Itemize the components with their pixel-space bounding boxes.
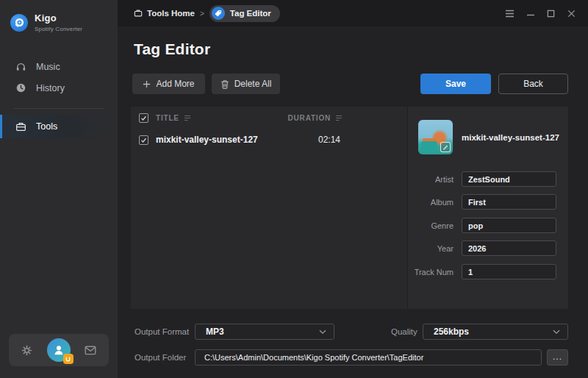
sidebar-item-label: Music	[36, 62, 60, 72]
quality-label: Quality	[391, 324, 417, 340]
sort-duration-icon[interactable]	[335, 115, 343, 121]
user-avatar[interactable]	[47, 338, 71, 362]
album-field-row: Album	[408, 194, 568, 210]
tag-detail-pane: mixkit-valley-sunset-127 Artist Album Ge…	[408, 107, 568, 309]
save-label: Save	[445, 79, 466, 89]
year-input[interactable]	[462, 240, 556, 256]
track-num-field-row: Track Num	[408, 264, 568, 279]
gear-icon[interactable]	[21, 345, 32, 356]
delete-all-button[interactable]: Delete All	[212, 74, 280, 94]
track-title-cell: mixkit-valley-sunset-127	[156, 135, 258, 145]
sidebar-divider	[13, 108, 104, 109]
tag-icon	[212, 7, 225, 20]
tag-editor-panel: TITLE DURATION	[131, 107, 568, 309]
artist-label: Artist	[408, 175, 453, 184]
year-field-row: Year	[408, 240, 568, 256]
sidebar-nav: Music History Tools	[0, 56, 118, 138]
window-controls	[503, 7, 578, 20]
genre-label: Genre	[408, 221, 453, 230]
breadcrumb-tag-editor[interactable]: Tag Editor	[209, 5, 280, 22]
track-num-input[interactable]	[462, 264, 556, 279]
breadcrumb-home-label: Tools Home	[147, 9, 195, 18]
table-row[interactable]: mixkit-valley-sunset-127 02:14	[131, 129, 407, 151]
edit-cover-icon[interactable]	[440, 142, 451, 152]
sort-title-icon[interactable]	[184, 115, 191, 121]
app-window: Kigo Spotify Converter Music History	[0, 0, 588, 378]
briefcase-icon	[15, 121, 26, 132]
output-format-value: MP3	[206, 327, 224, 337]
year-label: Year	[408, 244, 453, 253]
album-input[interactable]	[462, 194, 556, 210]
app-subtitle: Spotify Converter	[35, 26, 82, 32]
menu-icon[interactable]	[503, 7, 516, 20]
album-label: Album	[408, 198, 453, 207]
select-all-checkbox[interactable]	[139, 113, 148, 123]
genre-input[interactable]	[462, 218, 556, 233]
artist-field-row: Artist	[408, 171, 568, 187]
account-bar	[9, 334, 109, 366]
quality-value: 256kbps	[434, 327, 469, 337]
output-format-label: Output Format	[135, 324, 189, 340]
mail-icon[interactable]	[85, 346, 96, 355]
page-title: Tag Editor	[134, 40, 210, 58]
app-name: Kigo	[35, 13, 82, 24]
minimize-icon[interactable]	[524, 7, 537, 20]
add-more-button[interactable]: Add More	[132, 74, 205, 94]
chevron-down-icon	[319, 329, 326, 335]
chevron-down-icon	[553, 329, 560, 335]
sidebar-item-history[interactable]: History	[0, 77, 118, 99]
back-label: Back	[523, 79, 543, 89]
detail-track-title: mixkit-valley-sunset-127	[462, 120, 559, 154]
trash-icon	[220, 79, 229, 89]
breadcrumb-tools-home[interactable]: Tools Home	[134, 9, 195, 18]
table-header-row: TITLE DURATION	[131, 107, 407, 129]
app-logo-row: Kigo Spotify Converter	[0, 0, 118, 32]
sidebar-item-tools[interactable]: Tools	[0, 115, 118, 138]
column-header-title: TITLE	[156, 114, 179, 122]
cover-art-thumbnail[interactable]	[418, 120, 453, 154]
maximize-icon[interactable]	[545, 7, 557, 20]
row-checkbox[interactable]	[139, 135, 148, 145]
delete-all-label: Delete All	[234, 79, 272, 89]
upgrade-badge-icon	[63, 354, 74, 364]
headphones-icon	[15, 61, 26, 72]
breadcrumb: Tools Home > Tag Editor	[134, 5, 280, 22]
track-table: TITLE DURATION	[131, 107, 407, 309]
genre-field-row: Genre	[408, 218, 568, 233]
sidebar: Kigo Spotify Converter Music History	[0, 0, 118, 378]
breadcrumb-separator: >	[200, 10, 204, 18]
breadcrumb-current-label: Tag Editor	[230, 9, 271, 18]
output-folder-label: Output Folder	[135, 349, 186, 365]
close-icon[interactable]	[565, 7, 578, 20]
output-format-select[interactable]: MP3	[195, 324, 334, 340]
quality-select[interactable]: 256kbps	[423, 324, 568, 340]
clock-icon	[15, 82, 26, 93]
main-area: Tools Home > Tag Editor	[118, 0, 588, 378]
briefcase-icon	[134, 9, 143, 18]
app-logo-icon	[10, 14, 28, 32]
browse-folder-button[interactable]: ...	[547, 349, 568, 365]
track-duration-cell: 02:14	[318, 135, 340, 145]
track-num-label: Track Num	[408, 268, 453, 277]
add-more-label: Add More	[156, 79, 194, 89]
topbar: Tools Home > Tag Editor	[118, 0, 588, 26]
plus-icon	[143, 80, 151, 88]
save-button[interactable]: Save	[420, 74, 491, 94]
output-folder-input[interactable]	[195, 349, 542, 365]
sidebar-item-music[interactable]: Music	[0, 56, 118, 77]
artist-input[interactable]	[462, 171, 556, 187]
sidebar-item-label: History	[36, 83, 65, 93]
column-header-duration: DURATION	[288, 114, 331, 122]
back-button[interactable]: Back	[498, 74, 568, 94]
sidebar-item-label: Tools	[36, 121, 57, 132]
